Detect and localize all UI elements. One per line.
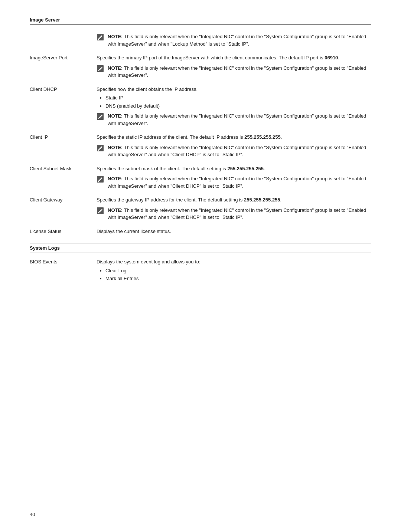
label-client-gateway: Client Gateway xyxy=(30,196,97,224)
note-text-client-ip: NOTE: This field is only relevant when t… xyxy=(108,144,371,158)
svg-rect-11 xyxy=(98,213,99,213)
content-client-gateway: Specifies the gateway IP address for the… xyxy=(97,196,371,224)
entry-row-imageserver-port: ImageServer Port Specifies the primary I… xyxy=(30,54,371,82)
desc-client-gateway: Specifies the gateway IP address for the… xyxy=(97,196,371,204)
note-icon-imageserver-port xyxy=(97,65,105,73)
entry-label-empty-1 xyxy=(30,30,97,50)
content-bios-events: Displays the system event log and allows… xyxy=(97,258,371,285)
note-body-client-ip: This field is only relevant when the "In… xyxy=(108,145,366,158)
note-text-imageserver-port: NOTE: This field is only relevant when t… xyxy=(108,65,371,79)
desc-client-dhcp: Specifies how the client obtains the IP … xyxy=(97,86,371,93)
note-text-client-dhcp: NOTE: This field is only relevant when t… xyxy=(108,112,371,127)
svg-rect-3 xyxy=(98,71,99,71)
entry-row-client-ip: Client IP Specifies the static IP addres… xyxy=(30,134,371,161)
bullets-client-dhcp: Static IP DNS (enabled by default) xyxy=(105,94,371,109)
desc-bios-events: Displays the system event log and allows… xyxy=(97,258,371,266)
note-body-client-subnet-mask: This field is only relevant when the "In… xyxy=(108,176,366,189)
note-label-2: NOTE: xyxy=(108,65,123,71)
note-label-6: NOTE: xyxy=(108,207,123,213)
entry-row-client-dhcp: Client DHCP Specifies how the client obt… xyxy=(30,86,371,130)
section-header-system-logs: System Logs xyxy=(30,243,371,253)
note-icon-client-gateway xyxy=(97,207,105,215)
note-icon-client-dhcp xyxy=(97,113,105,121)
note-block-client-subnet-mask: NOTE: This field is only relevant when t… xyxy=(97,175,371,190)
note-body-client-dhcp: This field is only relevant when the "In… xyxy=(108,113,366,126)
bullet-clear-log: Clear Log xyxy=(105,267,371,275)
section-header-image-server: Image Server xyxy=(30,15,371,25)
note-icon-client-subnet-mask xyxy=(97,175,105,184)
entry-row-bios-events: BIOS Events Displays the system event lo… xyxy=(30,258,371,285)
svg-rect-1 xyxy=(98,39,99,40)
desc-client-subnet-mask: Specifies the subnet mask of the client.… xyxy=(97,165,371,173)
bullet-mark-all-entries: Mark all Entries xyxy=(105,275,371,282)
svg-rect-5 xyxy=(98,119,99,119)
content-client-dhcp: Specifies how the client obtains the IP … xyxy=(97,86,371,130)
entry-content-imageserver-top-note: NOTE: This field is only relevant when t… xyxy=(97,30,371,50)
label-license-status: License Status xyxy=(30,228,97,237)
note-label: NOTE: xyxy=(108,34,123,39)
desc-license-status: Displays the current license status. xyxy=(97,228,371,235)
entry-row-client-subnet-mask: Client Subnet Mask Specifies the subnet … xyxy=(30,165,371,193)
label-client-dhcp: Client DHCP xyxy=(30,86,97,130)
page-content: Image Server NOTE: Thi xyxy=(30,15,371,285)
desc-imageserver-port: Specifies the primary IP port of the Ima… xyxy=(97,54,371,62)
label-imageserver-port: ImageServer Port xyxy=(30,54,97,82)
note-text-client-gateway: NOTE: This field is only relevant when t… xyxy=(108,207,371,221)
label-client-subnet-mask: Client Subnet Mask xyxy=(30,165,97,193)
image-server-section: Image Server NOTE: Thi xyxy=(30,15,371,236)
note-body-client-gateway: This field is only relevant when the "In… xyxy=(108,207,366,220)
val-imageserver-port: 06910 xyxy=(325,55,338,60)
note-block-imageserver-top: NOTE: This field is only relevant when t… xyxy=(97,33,371,47)
note-label-4: NOTE: xyxy=(108,145,123,150)
bullet-static-ip: Static IP xyxy=(105,94,371,102)
val-client-gateway: 255.255.255.255 xyxy=(244,197,280,203)
content-license-status: Displays the current license status. xyxy=(97,228,371,237)
note-text-client-subnet-mask: NOTE: This field is only relevant when t… xyxy=(108,175,371,190)
note-text-imageserver-top: NOTE: This field is only relevant when t… xyxy=(108,33,371,47)
entry-row-imageserver-top-note: NOTE: This field is only relevant when t… xyxy=(30,30,371,50)
system-logs-section: System Logs BIOS Events Displays the sys… xyxy=(30,243,371,285)
val-client-ip: 255.255.255.255 xyxy=(244,134,281,140)
note-label-3: NOTE: xyxy=(108,113,123,119)
bullet-dns: DNS (enabled by default) xyxy=(105,102,371,110)
val-client-subnet-mask: 255.255.255.255 xyxy=(227,166,264,171)
note-body-imageserver-port: This field is only relevant when the "In… xyxy=(108,65,366,78)
note-block-client-dhcp: NOTE: This field is only relevant when t… xyxy=(97,112,371,127)
note-icon-client-ip xyxy=(97,144,105,152)
page-number: 40 xyxy=(30,512,35,517)
content-client-ip: Specifies the static IP address of the c… xyxy=(97,134,371,161)
note-block-client-ip: NOTE: This field is only relevant when t… xyxy=(97,144,371,158)
svg-rect-9 xyxy=(98,181,99,182)
content-imageserver-port: Specifies the primary IP port of the Ima… xyxy=(97,54,371,82)
note-icon-imageserver-top xyxy=(97,33,105,42)
svg-rect-7 xyxy=(98,150,99,151)
entry-row-client-gateway: Client Gateway Specifies the gateway IP … xyxy=(30,196,371,224)
note-label-5: NOTE: xyxy=(108,176,123,181)
bullets-bios-events: Clear Log Mark all Entries xyxy=(105,267,371,282)
entry-row-license-status: License Status Displays the current lice… xyxy=(30,228,371,237)
content-client-subnet-mask: Specifies the subnet mask of the client.… xyxy=(97,165,371,193)
label-bios-events: BIOS Events xyxy=(30,258,97,285)
note-block-client-gateway: NOTE: This field is only relevant when t… xyxy=(97,207,371,221)
note-body-imageserver-top: This field is only relevant when the "In… xyxy=(108,34,366,47)
desc-client-ip: Specifies the static IP address of the c… xyxy=(97,134,371,141)
label-client-ip: Client IP xyxy=(30,134,97,161)
note-block-imageserver-port: NOTE: This field is only relevant when t… xyxy=(97,65,371,79)
